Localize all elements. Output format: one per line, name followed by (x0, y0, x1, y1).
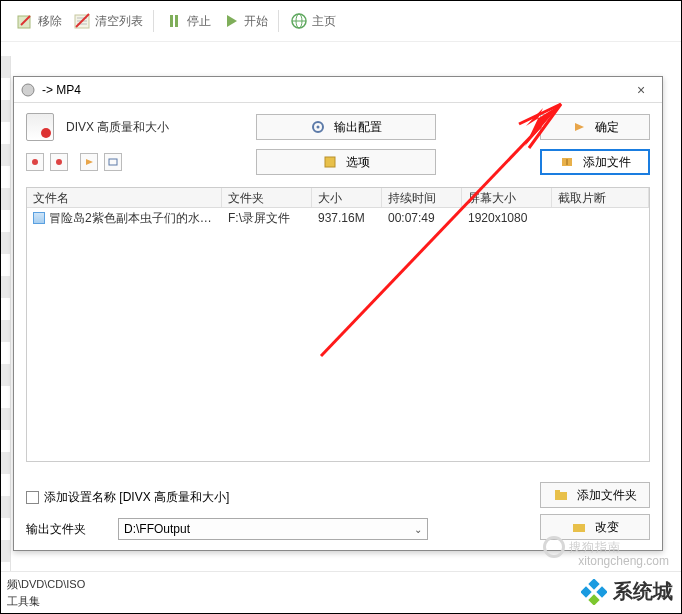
add-file-icon (559, 154, 575, 170)
convert-dialog: -> MP4 × DIVX 高质量和大小 输出配置 (13, 76, 663, 551)
close-icon[interactable]: × (626, 82, 656, 98)
footer-line-2: 工具集 (7, 594, 681, 609)
col-filename[interactable]: 文件名 (27, 188, 222, 207)
add-file-button[interactable]: 添加文件 (540, 149, 650, 175)
svg-marker-19 (86, 159, 93, 165)
add-folder-button[interactable]: 添加文件夹 (540, 482, 650, 508)
remove-label: 移除 (38, 13, 62, 30)
svg-rect-29 (588, 579, 599, 590)
remove-icon (15, 11, 35, 31)
file-grid: 文件名 文件夹 大小 持续时间 屏幕大小 截取片断 冒险岛2紫色副本虫子们的水上… (26, 187, 650, 462)
arrow-right-icon (571, 119, 587, 135)
svg-marker-9 (227, 15, 237, 27)
toolbar-divider (153, 10, 154, 32)
cell-duration: 00:07:49 (382, 209, 462, 227)
quality-label: DIVX 高质量和大小 (66, 119, 169, 136)
start-icon (221, 11, 241, 31)
svg-rect-8 (175, 15, 178, 27)
dialog-icon (20, 82, 36, 98)
output-folder-select[interactable]: D:\FFOutput ⌄ (118, 518, 428, 540)
small-btn-4[interactable] (104, 153, 122, 171)
background-footer: 频\DVD\CD\ISO 工具集 (1, 571, 681, 613)
start-button[interactable]: 开始 (217, 9, 272, 33)
grid-header: 文件名 文件夹 大小 持续时间 屏幕大小 截取片断 (27, 188, 649, 208)
options-icon (322, 154, 338, 170)
remove-button[interactable]: 移除 (11, 9, 66, 33)
svg-rect-20 (109, 159, 117, 165)
stop-icon (164, 11, 184, 31)
clear-list-button[interactable]: 清空列表 (68, 9, 147, 33)
stop-button[interactable]: 停止 (160, 9, 215, 33)
home-button[interactable]: 主页 (285, 9, 340, 33)
svg-rect-32 (588, 594, 599, 605)
svg-marker-16 (575, 123, 584, 131)
left-app-strip (1, 56, 11, 571)
url-watermark: xitongcheng.com (578, 554, 669, 568)
options-button[interactable]: 选项 (256, 149, 436, 175)
toolbar-divider (278, 10, 279, 32)
video-file-icon (33, 212, 45, 224)
svg-point-17 (32, 159, 38, 165)
col-resolution[interactable]: 屏幕大小 (462, 188, 552, 207)
col-folder[interactable]: 文件夹 (222, 188, 312, 207)
add-file-label: 添加文件 (583, 154, 631, 171)
svg-point-18 (56, 159, 62, 165)
clear-list-icon (72, 11, 92, 31)
footer-line-1: 频\DVD\CD\ISO (7, 577, 681, 592)
small-btn-1[interactable] (26, 153, 44, 171)
col-duration[interactable]: 持续时间 (382, 188, 462, 207)
change-icon (571, 519, 587, 535)
small-btn-2[interactable] (50, 153, 68, 171)
ok-button[interactable]: 确定 (540, 114, 650, 140)
change-button[interactable]: 改变 (540, 514, 650, 540)
change-label: 改变 (595, 519, 619, 536)
small-btn-3[interactable] (80, 153, 98, 171)
output-config-label: 输出配置 (334, 119, 382, 136)
ok-label: 确定 (595, 119, 619, 136)
dialog-titlebar: -> MP4 × (14, 77, 662, 103)
cell-size: 937.16M (312, 209, 382, 227)
site-logo: 系统城 (581, 578, 673, 605)
add-folder-label: 添加文件夹 (577, 487, 637, 504)
start-label: 开始 (244, 13, 268, 30)
main-toolbar: 移除 清空列表 停止 开始 主页 (1, 1, 681, 42)
diamond-icon (581, 579, 607, 605)
svg-point-13 (22, 84, 34, 96)
options-label: 选项 (346, 154, 370, 171)
logo-text: 系统城 (613, 578, 673, 605)
stop-label: 停止 (187, 13, 211, 30)
table-row[interactable]: 冒险岛2紫色副本虫子们的水上乐园水... F:\录屏文件 937.16M 00:… (27, 208, 649, 228)
add-profile-label: 添加设置名称 [DIVX 高质量和大小] (44, 489, 229, 506)
cell-filename: 冒险岛2紫色副本虫子们的水上乐园水... (49, 211, 222, 225)
cell-clip (552, 216, 649, 220)
add-profile-checkbox[interactable] (26, 491, 39, 504)
cell-folder: F:\录屏文件 (222, 208, 312, 229)
chevron-down-icon: ⌄ (414, 524, 422, 535)
svg-rect-26 (573, 524, 585, 532)
col-size[interactable]: 大小 (312, 188, 382, 207)
cell-resolution: 1920x1080 (462, 209, 552, 227)
output-folder-value: D:\FFOutput (124, 522, 190, 536)
svg-point-15 (317, 126, 320, 129)
clear-list-label: 清空列表 (95, 13, 143, 30)
svg-rect-31 (596, 586, 607, 597)
svg-rect-24 (555, 492, 567, 500)
gear-icon (310, 119, 326, 135)
folder-icon (553, 487, 569, 503)
dialog-title-text: -> MP4 (42, 83, 626, 97)
svg-rect-21 (325, 157, 335, 167)
globe-icon (289, 11, 309, 31)
output-folder-label: 输出文件夹 (26, 521, 106, 538)
svg-rect-30 (581, 586, 592, 597)
output-config-button[interactable]: 输出配置 (256, 114, 436, 140)
svg-rect-25 (555, 490, 560, 493)
col-clip[interactable]: 截取片断 (552, 188, 649, 207)
svg-rect-7 (170, 15, 173, 27)
profile-icon (26, 113, 54, 141)
home-label: 主页 (312, 13, 336, 30)
